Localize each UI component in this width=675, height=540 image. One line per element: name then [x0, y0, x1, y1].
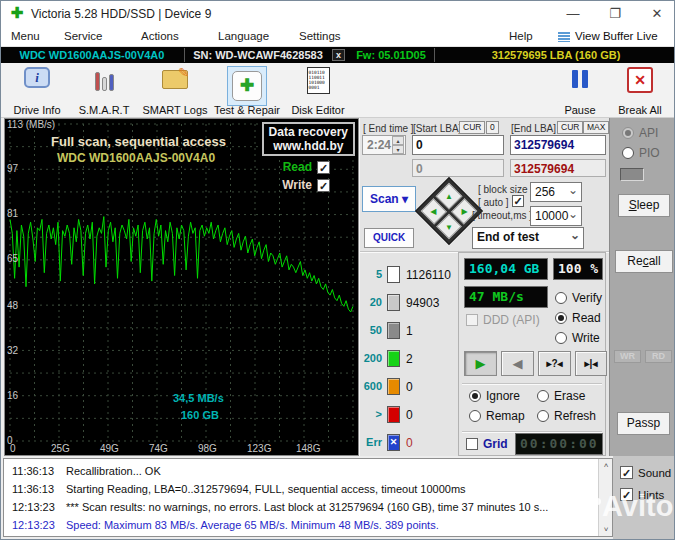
- log-text: *** Scan results: no warnings, no errors…: [66, 498, 548, 516]
- quick-button[interactable]: QUICK: [364, 228, 414, 248]
- disk-editor-button[interactable]: 010110 110011 101000 0001 Disk Editor: [287, 66, 349, 116]
- menu-item-settings[interactable]: Settings: [299, 27, 341, 46]
- close-button[interactable]: ✕: [638, 1, 675, 27]
- counter-block: [387, 322, 400, 339]
- start-lba-cur-button[interactable]: CUR: [459, 121, 485, 134]
- play-button[interactable]: ▶: [464, 351, 497, 376]
- seek-error-button[interactable]: ▸?◂: [538, 351, 571, 376]
- hints-option[interactable]: ✓ Hints: [620, 488, 664, 501]
- menu-item-service[interactable]: Service: [64, 27, 102, 46]
- passp-button[interactable]: Passp: [617, 412, 670, 435]
- sleep-accel: S: [629, 198, 637, 212]
- smart-logs-button[interactable]: ✎ SMART Logs: [141, 66, 209, 116]
- vendor-watermark: Data recovery www.hdd.by: [262, 122, 355, 156]
- end-lba-label: [End LBA]: [511, 123, 556, 134]
- erase-option[interactable]: Erase: [537, 389, 585, 403]
- minimize-button[interactable]: —: [554, 1, 592, 27]
- scan-label: Scan: [370, 192, 399, 206]
- counter-count: 0: [406, 408, 413, 422]
- pio-radio[interactable]: [622, 147, 634, 159]
- write-radio[interactable]: [555, 332, 567, 344]
- toolbar: i Drive Info S.M.A.R.T ✎ SMART Logs ✚ Te…: [1, 63, 675, 118]
- back-icon: ◀: [513, 356, 523, 371]
- y-axis-tick: 65: [7, 253, 18, 264]
- x-axis-tick: 74G: [149, 443, 168, 454]
- graph-title: Full scan, sequential access: [51, 134, 226, 149]
- log-time: 12:13:23: [12, 498, 55, 516]
- step-back-button[interactable]: ◀: [501, 351, 534, 376]
- ignore-option[interactable]: Ignore: [469, 389, 520, 403]
- block-size-select[interactable]: 256 ⌄: [530, 182, 582, 202]
- arrow-left-icon: ◀: [426, 203, 443, 220]
- write-checkbox[interactable]: ✓: [317, 179, 330, 192]
- smart-logs-label: SMART Logs: [141, 104, 209, 116]
- grid-checkbox[interactable]: [466, 438, 478, 450]
- menu-item-language[interactable]: Language: [218, 27, 269, 46]
- view-buffer-live-link[interactable]: View Buffer Live: [575, 27, 658, 46]
- avg-speed-note: 34,5 MB/s: [173, 392, 224, 404]
- refresh-radio[interactable]: [537, 410, 549, 422]
- pause-button[interactable]: Pause: [557, 66, 603, 116]
- log-scrollbar[interactable]: ˄ ˅: [598, 459, 612, 536]
- write-option[interactable]: Write: [555, 331, 600, 345]
- remap-label: Remap: [486, 409, 525, 423]
- play-icon: ▶: [476, 356, 486, 371]
- remap-option[interactable]: Remap: [469, 409, 525, 423]
- test-repair-button[interactable]: ✚ Test & Repair: [212, 66, 282, 116]
- read-checkbox[interactable]: ✓: [317, 161, 330, 174]
- sound-option[interactable]: ✓ Sound: [620, 466, 671, 479]
- recall-button[interactable]: Recall: [615, 250, 673, 273]
- menu-item-help[interactable]: Help: [509, 27, 533, 46]
- read-option[interactable]: Read: [555, 311, 601, 325]
- timeout-label: [ timeout,ms ]: [472, 210, 532, 221]
- erase-radio[interactable]: [537, 390, 549, 402]
- app-icon: ✚: [9, 5, 25, 21]
- read-radio[interactable]: [555, 312, 567, 324]
- sound-checkbox[interactable]: ✓: [620, 466, 633, 479]
- menu-item-menu[interactable]: Menu: [11, 27, 40, 46]
- verify-option[interactable]: Verify: [555, 291, 602, 305]
- refresh-option[interactable]: Refresh: [537, 409, 596, 423]
- device-close-icon[interactable]: x: [332, 49, 345, 61]
- counter-count: 0: [406, 380, 413, 394]
- event-log[interactable]: 11:36:13 Recallibration... OK 11:36:13 S…: [3, 458, 613, 537]
- remap-radio[interactable]: [469, 410, 481, 422]
- menu-item-actions[interactable]: Actions: [141, 27, 179, 46]
- ignore-label: Ignore: [486, 389, 520, 403]
- victoria-app-window: ✚ Victoria 5.28 HDD/SSD | Device 9 — ❐ ✕…: [0, 0, 675, 540]
- write-mode-label: Write: [572, 331, 600, 345]
- log-text: Recallibration... OK: [66, 462, 161, 480]
- end-lba-input[interactable]: 312579694: [510, 135, 606, 155]
- ignore-radio[interactable]: [469, 390, 481, 402]
- scan-button[interactable]: Scan ▾: [362, 186, 416, 212]
- grid-option[interactable]: Grid: [466, 437, 508, 451]
- spin-down-icon[interactable]: ▾: [392, 145, 404, 154]
- maximize-button[interactable]: ❐: [596, 1, 634, 27]
- smart-button[interactable]: S.M.A.R.T: [75, 66, 133, 116]
- seek-end-button[interactable]: ▸|◂: [575, 351, 607, 376]
- scroll-down-icon[interactable]: ˅: [599, 523, 613, 536]
- pio-option[interactable]: PIO: [622, 146, 660, 160]
- auto-checkbox[interactable]: ✓: [512, 195, 524, 207]
- spin-up-icon[interactable]: ▴: [392, 136, 404, 145]
- sleep-button[interactable]: Sleep: [618, 194, 670, 217]
- end-time-spinner[interactable]: 2:24 ▴ ▾: [362, 135, 406, 155]
- log-time: 11:36:13: [12, 480, 54, 498]
- scroll-up-icon[interactable]: ˄: [599, 459, 613, 472]
- timeout-select[interactable]: 10000 ⌄: [530, 206, 582, 226]
- chevron-down-icon: ⌄: [568, 183, 578, 197]
- break-all-button[interactable]: ✕ Break All: [611, 66, 669, 116]
- drive-info-button[interactable]: i Drive Info: [7, 66, 67, 116]
- end-lba-max-button[interactable]: MAX: [583, 121, 609, 134]
- green-cross-icon: ✚: [232, 71, 262, 101]
- y-axis-tick: 16: [7, 390, 18, 401]
- end-lba-cur-button[interactable]: CUR: [557, 121, 583, 134]
- start-lba-secondary: 0: [412, 159, 504, 177]
- percent-display: 100 %: [553, 258, 603, 280]
- verify-radio[interactable]: [555, 292, 567, 304]
- start-lba-zero-button[interactable]: 0: [486, 121, 499, 134]
- end-action-select[interactable]: End of test ⌄: [472, 227, 584, 249]
- start-lba-input[interactable]: 0: [412, 135, 504, 155]
- hints-checkbox[interactable]: ✓: [620, 488, 633, 501]
- vendor-watermark-line1: Data recovery: [269, 125, 348, 139]
